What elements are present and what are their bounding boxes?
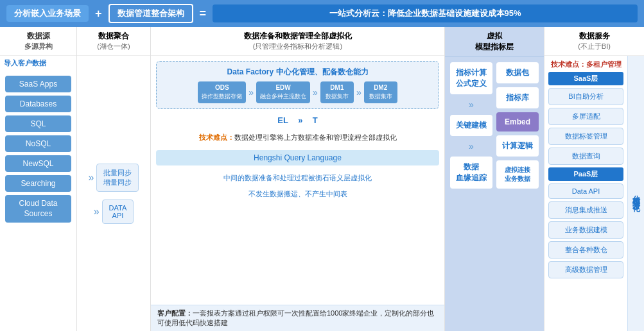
col-header-aggregation: 数据聚合 (湖仓一体): [77, 27, 150, 56]
col-header-virtual: 虚拟 模型指标层: [445, 27, 544, 57]
stage-dm1: DM1 数据集市: [320, 81, 354, 103]
virtual-item-model: 关键建模: [450, 115, 492, 136]
factory-box: Data Factory 中心化管理、配备数仓能力 ODS 操作型数据存储 » …: [156, 61, 439, 109]
header-tag2: 数据管道整合架构: [109, 4, 193, 23]
virtual-item-datapack: 数据包: [496, 62, 539, 83]
virtual-item-lineage: 数据血缘追踪: [450, 157, 492, 189]
col-header-datasource: 数据源 多源异构: [0, 27, 76, 56]
el-t-row: EL » T: [156, 115, 439, 125]
arrow-right-2: »: [94, 206, 100, 217]
service-items: 技术难点：多租户管理 SaaS层 BI自助分析 多屏适配 数据标签管理 数据查询…: [544, 56, 627, 331]
header: 分析嵌入业务场景 + 数据管道整合架构 = 一站式分析云：降低企业数据基础设施建…: [0, 0, 644, 27]
virtualize-note-2: 不发生数据搬运、不产生中间表: [156, 189, 439, 199]
col-header-service: 数据服务 (不止于BI): [544, 27, 644, 56]
import-label: 导入客户数据: [0, 56, 76, 71]
arrow-right-1: »: [89, 172, 94, 183]
service-warehouse[interactable]: 整合各种数仓: [548, 241, 623, 259]
arrow-down-1: »: [450, 99, 492, 110]
service-saas-header: SaaS层: [548, 72, 623, 85]
virtual-item-metric-db: 指标库: [496, 87, 539, 108]
tech-note: 技术难点：数据处理引擎将上方数据准备和管理流程全部虚拟化: [156, 133, 439, 142]
service-tech-note: 技术难点：多租户管理: [548, 60, 623, 69]
sidebar-items: SaaS Apps Databases SQL NoSQL NewSQL Sea…: [0, 71, 76, 331]
section-aggregation: 数据聚合 (湖仓一体) » 批量同步增量同步 » DATAAPI: [77, 27, 151, 331]
virtual-left: 指标计算公式定义 » 关键建模 » 数据血缘追踪: [450, 62, 492, 326]
sync-box: 批量同步增量同步: [96, 164, 139, 192]
factory-stages: ODS 操作型数据存储 » EDW 融合多种主流数仓 » DM1 数据集市 »: [162, 81, 433, 103]
virtual-item-calc: 计算逻辑: [496, 135, 539, 157]
sidebar-item-saas[interactable]: SaaS Apps: [5, 76, 71, 92]
arrow-down-2: »: [450, 141, 492, 151]
virtual-right: 数据包 指标库 Embed 计算逻辑 虚拟连接业务数据: [496, 62, 539, 326]
section-virtual-model: 虚拟 模型指标层 指标计算公式定义 » 关键建模 » 数据血缘追踪 数据包 指标…: [445, 27, 544, 331]
virtual-item-embed: Embed: [496, 112, 539, 132]
header-plus: +: [95, 7, 102, 21]
sidebar-item-sql[interactable]: SQL: [5, 115, 71, 132]
main-content: 数据源 多源异构 导入客户数据 SaaS Apps Databases SQL …: [0, 27, 644, 331]
service-multiscreen[interactable]: 多屏适配: [548, 108, 623, 125]
service-query[interactable]: 数据查询: [548, 148, 623, 165]
service-side-label: 分析需求千变万化: [627, 56, 644, 331]
header-equals: =: [200, 7, 207, 21]
sidebar-item-databases[interactable]: Databases: [5, 96, 71, 112]
aggregation-content: » 批量同步增量同步 » DATAAPI: [77, 56, 150, 331]
sidebar-item-newsql[interactable]: NewSQL: [5, 155, 71, 172]
data-api-box: DATAAPI: [102, 199, 134, 224]
stage-edw: EDW 融合多种主流数仓: [256, 81, 310, 103]
header-result: 一站式分析云：降低企业数据基础设施建设成本95%: [213, 4, 638, 22]
stage-ods: ODS 操作型数据存储: [198, 81, 246, 103]
service-paas-header: PaaS层: [548, 167, 623, 181]
factory-title: Data Factory 中心化管理、配备数仓能力: [162, 67, 433, 78]
virtualize-note-1: 中间的数据准备和处理过程被衡石语义层虚拟化: [156, 173, 439, 183]
stage-arrow-3: »: [356, 87, 361, 98]
service-tag[interactable]: 数据标签管理: [548, 128, 623, 145]
section-data-service: 数据服务 (不止于BI) 技术难点：多租户管理 SaaS层 BI自助分析 多屏适…: [544, 27, 644, 331]
service-msg[interactable]: 消息集成推送: [548, 201, 623, 219]
footer-note: 客户配置：一套报表方案通过租户权限可一次性配置给1000家终端企业，定制化的部分…: [151, 305, 444, 331]
stage-arrow-1: »: [248, 87, 254, 98]
sidebar-item-nosql[interactable]: NoSQL: [5, 135, 71, 152]
factory-content: Data Factory 中心化管理、配备数仓能力 ODS 操作型数据存储 » …: [151, 56, 444, 305]
virtual-item-formula: 指标计算公式定义: [450, 62, 492, 94]
left-sidebar: 数据源 多源异构 导入客户数据 SaaS Apps Databases SQL …: [0, 27, 77, 331]
service-biz-model[interactable]: 业务数据建模: [548, 221, 623, 239]
service-bi[interactable]: BI自助分析: [548, 88, 623, 105]
col-header-preparation: 数据准备和数据管理全部虚拟化 (只管理业务指标和分析逻辑): [151, 27, 444, 56]
service-data-api[interactable]: Data API: [548, 183, 623, 199]
stage-arrow-2: »: [313, 87, 318, 98]
stage-dm2: DM2 数据集市: [364, 81, 397, 103]
header-tag1: 分析嵌入业务场景: [6, 5, 89, 22]
virtual-item-biz: 虚拟连接业务数据: [496, 160, 539, 189]
service-advanced[interactable]: 高级数据管理: [548, 261, 623, 278]
service-content: 技术难点：多租户管理 SaaS层 BI自助分析 多屏适配 数据标签管理 数据查询…: [544, 56, 644, 331]
section-factory: 数据准备和数据管理全部虚拟化 (只管理业务指标和分析逻辑) Data Facto…: [151, 27, 445, 331]
sidebar-item-cloud[interactable]: Cloud DataSources: [5, 195, 71, 223]
query-lang-box: Hengshi Query Language: [156, 150, 439, 166]
sidebar-item-searching[interactable]: Searching: [5, 175, 71, 192]
